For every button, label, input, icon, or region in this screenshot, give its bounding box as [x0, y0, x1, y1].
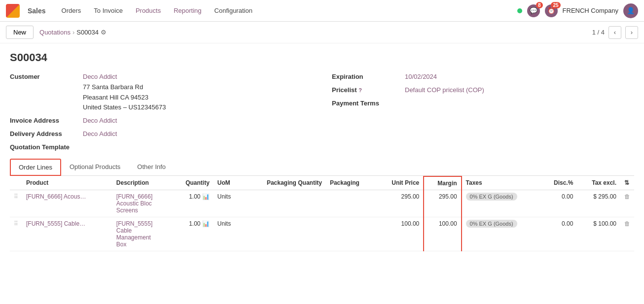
th-unit-price: Unit Price: [376, 176, 424, 190]
delivery-address-row: Delivery Address Deco Addict: [10, 129, 312, 139]
order-lines-table: Product Description Quantity UoM Packagi…: [10, 176, 634, 251]
clock-button[interactable]: ⏰ 25: [545, 4, 558, 17]
delivery-address-label: Delivery Address: [10, 129, 79, 137]
customer-value: Deco Addict 77 Santa Barbara Rd Pleasant…: [83, 72, 166, 113]
row1-delete[interactable]: 🗑: [620, 190, 634, 217]
online-status-dot: [517, 8, 522, 13]
messages-badge: 8: [536, 2, 543, 8]
expiration-label: Expiration: [332, 72, 401, 80]
breadcrumb-separator: ›: [72, 29, 74, 36]
row2-delete[interactable]: 🗑: [620, 217, 634, 251]
row2-desc2: Cable: [116, 227, 132, 234]
th-quantity: Quantity: [171, 176, 214, 190]
breadcrumb-parent[interactable]: Quotations: [39, 29, 71, 36]
th-disc: Disc.%: [541, 176, 577, 190]
forecast-icon[interactable]: 📊: [202, 193, 210, 200]
row2-pkg-qty: [242, 217, 326, 251]
app-name[interactable]: Sales: [28, 7, 46, 15]
pricelist-value[interactable]: Default COP pricelist (COP): [405, 85, 484, 96]
pricelist-help-icon[interactable]: ?: [358, 87, 362, 93]
tabs-container: Order Lines Optional Products Other Info: [10, 159, 634, 176]
invoice-address-row: Invoice Address Deco Addict: [10, 116, 312, 126]
payment-terms-label: Payment Terms: [332, 99, 401, 107]
table-header-row: Product Description Quantity UoM Packagi…: [10, 176, 634, 190]
row1-description[interactable]: [FURN_6666] Acoustic Bloc Screens: [112, 190, 171, 217]
row1-uom[interactable]: Units: [214, 190, 242, 217]
row1-taxes[interactable]: 0% EX G (Goods): [462, 190, 541, 217]
row2-margin[interactable]: 100.00: [424, 217, 461, 251]
nav-reporting[interactable]: Reporting: [168, 4, 207, 17]
row2-description[interactable]: [FURN_5555] Cable Management Box: [112, 217, 171, 251]
row1-drag[interactable]: ⠿: [10, 190, 22, 217]
row1-unit-price[interactable]: 295.00: [376, 190, 424, 217]
customer-name[interactable]: Deco Addict: [83, 72, 166, 82]
row1-product[interactable]: [FURN_6666] Acous…: [22, 190, 112, 217]
pricelist-label: Pricelist ?: [332, 85, 401, 94]
nav-configuration[interactable]: Configuration: [209, 4, 258, 17]
app-logo[interactable]: [6, 4, 20, 18]
th-taxes: Taxes: [462, 176, 541, 190]
row2-packaging: [326, 217, 376, 251]
top-navigation: Sales Orders To Invoice Products Reporti…: [0, 0, 644, 22]
drag-handle-icon: ⠿: [14, 193, 18, 200]
customer-addr2: Pleasant Hill CA 94523: [83, 93, 166, 103]
row2-unit-price[interactable]: 100.00: [376, 217, 424, 251]
table-row: ⠿ [FURN_5555] Cable… [FURN_5555] Cable M…: [10, 217, 634, 251]
expiration-row: Expiration 10/02/2024: [332, 72, 634, 82]
row2-desc4: Box: [116, 241, 127, 248]
breadcrumb-current: S00034: [76, 29, 99, 36]
row1-desc-link[interactable]: [FURN_6666] Acoustic Bloc Screens: [116, 193, 152, 214]
left-form-col: Customer Deco Addict 77 Santa Barbara Rd…: [10, 72, 312, 154]
row1-desc1: [FURN_6666]: [116, 193, 152, 200]
quotation-template-row: Quotation Template: [10, 142, 312, 151]
row2-desc3: Management: [116, 234, 151, 241]
invoice-address-label: Invoice Address: [10, 116, 79, 124]
row2-drag[interactable]: ⠿: [10, 217, 22, 251]
invoice-address-value[interactable]: Deco Addict: [83, 116, 117, 126]
messages-button[interactable]: 💬 8: [527, 4, 540, 17]
nav-products[interactable]: Products: [130, 4, 167, 17]
drag-handle-icon: ⠿: [14, 220, 18, 227]
th-product: Product: [22, 176, 112, 190]
row2-quantity[interactable]: 1.00 📊: [171, 217, 214, 251]
nav-orders[interactable]: Orders: [56, 4, 87, 17]
settings-gear-icon[interactable]: ⚙: [101, 29, 107, 36]
new-button[interactable]: New: [6, 26, 34, 39]
row2-tax-excl: $ 100.00: [577, 217, 620, 251]
delivery-address-value[interactable]: Deco Addict: [83, 129, 117, 139]
row1-tax-tag: 0% EX G (Goods): [466, 193, 517, 201]
pricelist-label-text: Pricelist: [332, 86, 357, 94]
row1-product-link[interactable]: [FURN_6666] Acous…: [26, 193, 86, 200]
row1-quantity[interactable]: 1.00 📊: [171, 190, 214, 217]
pagination-text: 1 / 4: [592, 29, 605, 36]
customer-row: Customer Deco Addict 77 Santa Barbara Rd…: [10, 72, 312, 113]
pricelist-row: Pricelist ? Default COP pricelist (COP): [332, 85, 634, 96]
user-avatar[interactable]: 👤: [623, 3, 638, 18]
customer-addr3: United States – US12345673: [83, 102, 166, 113]
row2-uom[interactable]: Units: [214, 217, 242, 251]
prev-page-button[interactable]: ‹: [608, 26, 621, 39]
row2-product-link[interactable]: [FURN_5555] Cable…: [26, 220, 85, 227]
forecast-icon[interactable]: 📊: [202, 220, 210, 227]
row1-margin[interactable]: 295.00: [424, 190, 461, 217]
tab-order-lines[interactable]: Order Lines: [10, 159, 61, 176]
row1-pkg-qty: [242, 190, 326, 217]
row1-disc[interactable]: 0.00: [541, 190, 577, 217]
expiration-value[interactable]: 10/02/2024: [405, 72, 437, 82]
row2-desc-link[interactable]: [FURN_5555] Cable Management Box: [116, 220, 152, 248]
nav-to-invoice[interactable]: To Invoice: [88, 4, 129, 17]
th-tax-excl: Tax excl.: [577, 176, 620, 190]
row1-tax-excl: $ 295.00: [577, 190, 620, 217]
tab-optional-products[interactable]: Optional Products: [61, 159, 129, 176]
row2-product[interactable]: [FURN_5555] Cable…: [22, 217, 112, 251]
th-uom: UoM: [214, 176, 242, 190]
row2-disc[interactable]: 0.00: [541, 217, 577, 251]
next-page-button[interactable]: ›: [625, 26, 638, 39]
company-name: FRENCH Company: [563, 7, 618, 14]
delete-row-icon: 🗑: [624, 220, 630, 227]
tab-other-info[interactable]: Other Info: [129, 159, 174, 176]
quotation-template-label: Quotation Template: [10, 142, 79, 151]
th-description: Description: [112, 176, 171, 190]
th-packaging: Packaging: [326, 176, 376, 190]
row2-taxes[interactable]: 0% EX G (Goods): [462, 217, 541, 251]
